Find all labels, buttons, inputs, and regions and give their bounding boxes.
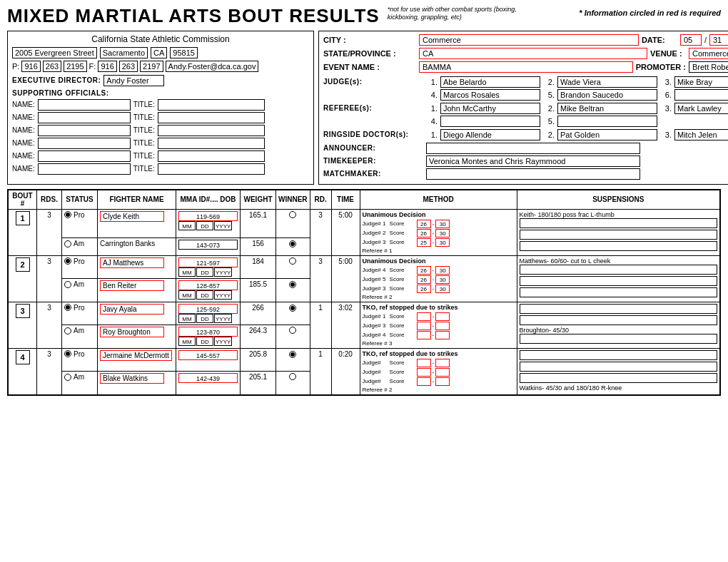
score2-1-2[interactable]: 30 <box>435 229 450 237</box>
dob-dd-3b[interactable]: DD <box>196 337 213 346</box>
dob-mm-2b[interactable]: MM <box>178 290 196 300</box>
score1-4-2[interactable] <box>417 368 431 377</box>
suspension-1-4[interactable] <box>520 241 717 251</box>
score2-3-3[interactable] <box>435 331 450 339</box>
official-title-6[interactable] <box>158 163 265 175</box>
fighter2-mma-id-3[interactable]: 123-870 <box>178 327 238 337</box>
official-name-4[interactable] <box>38 138 131 149</box>
dob-yyyy-2[interactable]: YYYY <box>214 267 232 277</box>
suspension-1-3[interactable] <box>520 230 717 240</box>
am-radio-1[interactable] <box>64 240 71 247</box>
official-title-4[interactable] <box>158 138 265 149</box>
fighter1-mma-id-4[interactable]: 145-557 <box>178 350 238 360</box>
suspension-3-2[interactable] <box>520 315 717 325</box>
suspension-3-4[interactable] <box>520 334 717 344</box>
judge-4[interactable]: Marcos Rosales <box>440 89 540 101</box>
official-title-5[interactable] <box>158 150 265 162</box>
dob-dd-3[interactable]: DD <box>196 314 213 323</box>
fighter2-mma-id-4[interactable]: 142-439 <box>178 373 238 383</box>
ref-1[interactable]: John McCarthy <box>440 103 540 114</box>
date-mm[interactable]: 05 <box>680 34 702 46</box>
official-name-6[interactable] <box>38 163 131 175</box>
am-radio-2[interactable] <box>64 281 71 288</box>
score2-4-1[interactable] <box>435 359 450 367</box>
score2-3-1[interactable] <box>435 312 450 321</box>
suspension-2-3[interactable] <box>520 276 717 286</box>
judge-1[interactable]: Abe Belardo <box>440 76 540 88</box>
am-radio-4[interactable] <box>64 374 71 381</box>
official-name-2[interactable] <box>38 112 131 123</box>
score1-3-1[interactable] <box>417 312 431 321</box>
suspension-4-1[interactable] <box>520 350 717 360</box>
official-name-1[interactable] <box>38 99 131 111</box>
fighter1-mma-id-3[interactable]: 125-592 <box>178 304 238 314</box>
dob-yyyy-3[interactable]: YYYY <box>214 314 232 323</box>
winner-radio-2-top[interactable] <box>289 257 296 265</box>
fighter1-mma-id-1[interactable]: 119-569 <box>178 211 238 221</box>
score1-2-1[interactable]: 26 <box>417 266 431 275</box>
suspension-4-3[interactable] <box>520 373 717 383</box>
fighter2-mma-id-1[interactable]: 143-073 <box>178 240 238 250</box>
announcer-value[interactable] <box>426 143 640 154</box>
winner-radio-2-bot[interactable] <box>289 281 296 288</box>
dob-yyyy-2b[interactable]: YYYY <box>214 290 232 300</box>
score2-1-1[interactable]: 30 <box>435 220 450 228</box>
winner-radio-3-top[interactable] <box>289 305 296 312</box>
judge-2[interactable]: Wade Viera <box>557 76 657 88</box>
doc-1[interactable]: Diego Allende <box>440 129 540 140</box>
winner-radio-4-top[interactable] <box>289 351 296 358</box>
pro-radio-1[interactable] <box>64 211 71 218</box>
ref-3[interactable]: Mark Lawley <box>674 103 728 114</box>
suspension-2-2[interactable] <box>520 265 717 275</box>
doc-3[interactable]: Mitch Jelen <box>674 129 728 140</box>
dob-mm-2[interactable]: MM <box>178 267 196 277</box>
score2-4-2[interactable] <box>435 368 450 377</box>
ref-5[interactable] <box>557 116 657 127</box>
score1-3-3[interactable] <box>417 331 431 339</box>
score2-4-3[interactable] <box>435 377 450 386</box>
dob-dd-2[interactable]: DD <box>196 267 213 277</box>
judge-6[interactable] <box>674 89 728 101</box>
dob-yyyy-3b[interactable]: YYYY <box>214 337 232 346</box>
dob-mm-3b[interactable]: MM <box>178 337 196 346</box>
score1-3-2[interactable] <box>417 322 431 330</box>
doc-2[interactable]: Pat Golden <box>557 129 657 140</box>
score2-3-2[interactable] <box>435 322 450 330</box>
dob-mm-3[interactable]: MM <box>178 314 196 323</box>
suspension-3-1[interactable] <box>520 304 717 314</box>
fighter2-mma-id-2[interactable]: 128-857 <box>178 280 238 290</box>
ref-2[interactable]: Mike Beltran <box>557 103 657 114</box>
official-name-5[interactable] <box>38 150 131 162</box>
score1-2-2[interactable]: 26 <box>417 275 431 284</box>
dob-dd-1[interactable]: DD <box>196 221 213 230</box>
winner-radio-1-bot[interactable] <box>289 240 296 247</box>
pro-radio-3[interactable] <box>64 304 71 311</box>
timekeeper-value[interactable]: Veronica Montes and Chris Raymmood <box>426 155 640 167</box>
pro-radio-2[interactable] <box>64 257 71 265</box>
official-title-1[interactable] <box>158 99 265 111</box>
suspension-4-2[interactable] <box>520 362 717 372</box>
dob-dd-2b[interactable]: DD <box>196 290 213 300</box>
fighter1-mma-id-2[interactable]: 121-597 <box>178 257 238 267</box>
score1-2-3[interactable]: 26 <box>417 285 431 293</box>
official-title-2[interactable] <box>158 112 265 123</box>
matchmaker-value[interactable] <box>426 168 640 180</box>
official-title-3[interactable] <box>158 125 265 136</box>
judge-5[interactable]: Brandon Saucedo <box>557 89 657 101</box>
promoter-value[interactable]: Brett Roberts <box>689 61 728 73</box>
am-radio-3[interactable] <box>64 327 71 334</box>
winner-radio-4-bot[interactable] <box>289 373 296 380</box>
suspension-2-4[interactable] <box>520 287 717 297</box>
dob-mm-1[interactable]: MM <box>178 221 196 230</box>
score2-2-2[interactable]: 30 <box>435 275 450 284</box>
score1-1-3[interactable]: 25 <box>417 238 431 247</box>
city-value[interactable]: Commerce <box>419 34 639 46</box>
score2-2-1[interactable]: 30 <box>435 266 450 275</box>
event-name-value[interactable]: BAMMA <box>419 61 633 73</box>
state-value[interactable]: CA <box>419 48 647 59</box>
judge-3[interactable]: Mike Bray <box>674 76 728 88</box>
suspension-1-2[interactable] <box>520 218 717 228</box>
score1-4-3[interactable] <box>417 377 431 386</box>
date-dd[interactable]: 31 <box>709 34 728 46</box>
score1-1-2[interactable]: 26 <box>417 229 431 237</box>
